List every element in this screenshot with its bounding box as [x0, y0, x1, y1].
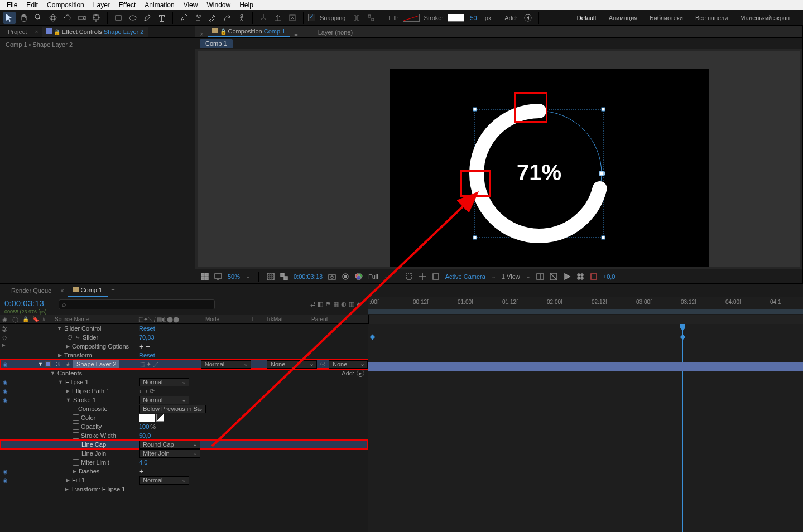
miter-value[interactable]: 4,0 [139, 459, 147, 466]
project-tab[interactable]: Project [3, 27, 31, 37]
layer-name[interactable]: Shape Layer 2 [73, 360, 120, 368]
composition-canvas[interactable]: 71% [390, 69, 709, 267]
snap-edge-icon[interactable] [365, 12, 377, 24]
clone-tool[interactable] [192, 12, 204, 24]
effect-target-link[interactable]: Shape Layer 2 [104, 28, 144, 35]
line-cap-dropdown[interactable]: Round Cap [139, 441, 200, 449]
time-ruler[interactable]: :00f 00:12f 01:00f 01:12f 02:00f 02:12f … [368, 297, 803, 309]
row-line-join[interactable]: Line Join Miter Join [0, 449, 368, 458]
parent-dropdown[interactable]: None [329, 360, 368, 369]
puppet-tool[interactable] [235, 12, 248, 24]
menu-edit[interactable]: Edit [22, 1, 42, 9]
stopwatch-icon[interactable] [73, 432, 79, 439]
fill-swatch[interactable] [403, 14, 420, 22]
row-ellipse-path[interactable]: ◉▶ Ellipse Path 1 ⟷ ⟳ [0, 386, 368, 395]
camera-dropdown[interactable]: Active Camera [445, 273, 485, 280]
strokewidth-value[interactable]: 50,0 [139, 432, 151, 439]
timeline-search[interactable] [59, 299, 215, 309]
viewport[interactable]: 71% [198, 51, 800, 267]
comp-mini-flowchart-icon[interactable]: ⇄ [310, 301, 315, 308]
stroke-mode-dropdown[interactable]: Normal [139, 396, 189, 404]
resolution-dropdown[interactable]: Full [368, 273, 378, 280]
row-slider[interactable]: ◂ ◇ ▸ ⏱⤷ Slider 70,83 [0, 333, 368, 342]
monitor-icon[interactable] [214, 273, 222, 280]
rotate-tool[interactable] [61, 12, 74, 24]
effect-controls-tab[interactable]: 🔒 Effect Controls Shape Layer 2 [42, 27, 148, 37]
row-transform[interactable]: ▶ Transform Reset [0, 351, 368, 360]
timeline-icon[interactable] [576, 273, 584, 280]
stopwatch-icon[interactable] [73, 414, 79, 421]
local-axis-icon[interactable] [257, 12, 270, 24]
zoom-tool[interactable] [32, 12, 45, 24]
row-composite[interactable]: Composite Below Previous in Sa [0, 404, 368, 413]
visibility-toggle[interactable]: ◉ [0, 361, 10, 367]
row-miter-limit[interactable]: Miter Limit 4,0 [0, 458, 368, 467]
view-axis-icon[interactable] [286, 12, 299, 24]
pen-tool[interactable] [141, 12, 153, 24]
layer-bar[interactable] [368, 362, 803, 371]
workspace-allpanels[interactable]: Все панели [695, 14, 728, 21]
show-snapshot-icon[interactable] [342, 273, 349, 280]
views-dropdown[interactable]: 1 View [502, 273, 520, 280]
brainstorm-icon[interactable]: ◆ [357, 301, 361, 308]
res-auto-icon[interactable] [267, 273, 275, 280]
transparency-icon[interactable] [280, 273, 288, 280]
timeline-comp-tab[interactable]: Comp 1 [68, 284, 108, 297]
hand-tool[interactable] [18, 12, 30, 24]
selection-tool[interactable] [3, 12, 16, 24]
playhead[interactable] [682, 324, 683, 532]
menu-help[interactable]: Help [235, 1, 258, 9]
row-stroke-width[interactable]: Stroke Width 50,0 [0, 431, 368, 440]
roi-icon[interactable] [405, 273, 413, 280]
camera-tool[interactable] [76, 12, 88, 24]
work-area-bar[interactable] [368, 309, 803, 314]
grid-toggle-icon[interactable] [419, 273, 426, 280]
pan-behind-tool[interactable] [90, 12, 103, 24]
zoom-value[interactable]: 50% [228, 273, 240, 280]
slider-value[interactable]: 70,83 [139, 334, 155, 341]
exposure-value[interactable]: +0,0 [603, 273, 616, 280]
text-tool[interactable] [156, 12, 168, 24]
workspace-smallscreen[interactable]: Маленький экран [740, 14, 790, 21]
fill-mode-dropdown[interactable]: Normal [139, 476, 189, 485]
menu-animation[interactable]: Animation [140, 1, 179, 9]
workspace-libraries[interactable]: Библиотеки [650, 14, 683, 21]
track-matte-dropdown[interactable]: None [267, 360, 317, 369]
panel-menu-icon[interactable]: ≡ [153, 28, 157, 35]
line-join-dropdown[interactable]: Miter Join [139, 449, 200, 458]
stroke-width-value[interactable]: 50 [470, 14, 477, 21]
row-fill-1[interactable]: ◉▶ Fill 1 Normal [0, 476, 368, 485]
ellipse-tool[interactable] [127, 12, 139, 24]
brush-tool[interactable] [177, 12, 190, 24]
blend-mode-dropdown[interactable]: Normal [201, 360, 251, 369]
color-swatch[interactable] [139, 414, 155, 422]
motion-blur-icon[interactable]: ◐ [341, 301, 347, 308]
ellipse-mode-dropdown[interactable]: Normal [139, 378, 189, 386]
pixel-aspect-icon[interactable] [550, 273, 557, 280]
reset-link[interactable]: Reset [139, 325, 155, 332]
composition-tab[interactable]: 🔒 Composition Comp 1 [208, 26, 290, 37]
row-stroke-1[interactable]: ◉▼ Stroke 1 Normal [0, 395, 368, 404]
stroke-swatch[interactable] [448, 14, 464, 22]
draft3d-icon[interactable]: ◧ [318, 301, 323, 308]
menu-file[interactable]: File [2, 1, 22, 9]
row-slider-control[interactable]: fx ▼ Slider Control Reset [0, 324, 368, 333]
row-color[interactable]: Color [0, 413, 368, 422]
guides-icon[interactable] [432, 273, 440, 280]
row-line-cap[interactable]: Line Cap Round Cap [0, 440, 368, 449]
eraser-tool[interactable] [206, 12, 219, 24]
label-color[interactable] [45, 361, 51, 367]
roto-tool[interactable] [221, 12, 233, 24]
world-axis-icon[interactable] [272, 12, 284, 24]
viewlayout-icon[interactable] [536, 273, 544, 280]
row-transform-ellipse[interactable]: ▶ Transform: Ellipse 1 [0, 485, 368, 494]
row-compositing-options[interactable]: ▶ Compositing Options + − [0, 342, 368, 351]
stopwatch-icon[interactable] [73, 459, 79, 466]
rect-tool[interactable] [112, 12, 124, 24]
row-ellipse-1[interactable]: ◉▼ Ellipse 1 Normal [0, 378, 368, 386]
layer-outline[interactable]: fx ▼ Slider Control Reset ◂ ◇ ▸ ⏱⤷ Slide… [0, 324, 368, 532]
menu-layer[interactable]: Layer [89, 1, 114, 9]
add-shape-button[interactable] [522, 12, 534, 24]
reset-link[interactable]: Reset [139, 352, 155, 359]
fast-preview-icon[interactable] [563, 273, 571, 280]
